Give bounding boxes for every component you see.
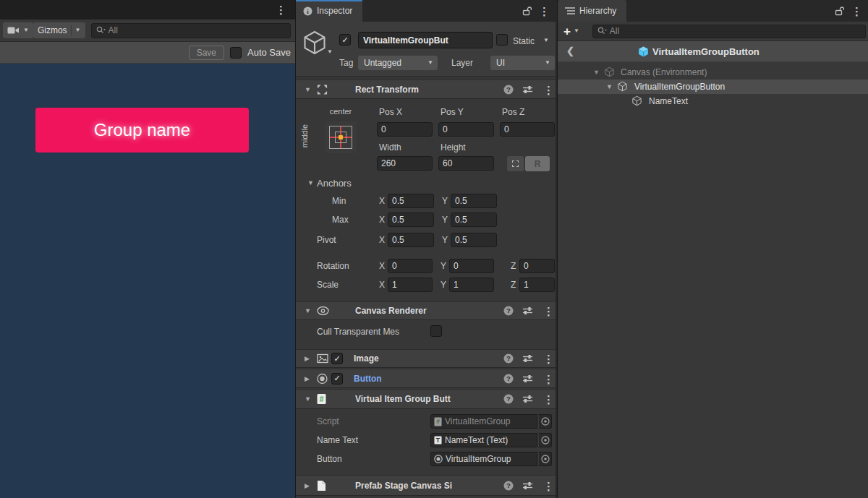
foldout-expanded-icon[interactable]: ▼: [593, 69, 600, 76]
tag-dropdown[interactable]: Untagged ▼: [358, 56, 438, 70]
button-object-field[interactable]: VirtualItemGroup: [430, 452, 537, 466]
help-icon[interactable]: ?: [503, 394, 514, 404]
component-kebab-icon[interactable]: ⋮: [543, 373, 554, 384]
pivot-x-field[interactable]: [388, 233, 434, 247]
object-picker-icon[interactable]: [538, 452, 552, 466]
y-prefix: Y: [441, 261, 446, 271]
raw-edit-mode-button[interactable]: R: [525, 156, 550, 171]
tree-row-canvas-environment[interactable]: ▼ Canvas (Environment): [558, 65, 868, 80]
component-kebab-icon[interactable]: ⋮: [543, 480, 554, 491]
name-text-object-field[interactable]: T NameText (Text): [430, 433, 537, 447]
scale-z-field[interactable]: [519, 278, 555, 292]
blueprint-icon: [512, 160, 519, 167]
group-name-ui-button[interactable]: Group name: [35, 108, 249, 153]
gameobject-cube-icon[interactable]: ▼: [302, 30, 328, 56]
component-kebab-icon[interactable]: ⋮: [543, 306, 554, 317]
help-icon[interactable]: ?: [503, 85, 514, 95]
anchor-min-x-field[interactable]: [388, 194, 434, 208]
hierarchy-kebab-icon[interactable]: ⋮: [851, 6, 862, 17]
rect-transform-header[interactable]: ▼ Rect Transform ? ⋮: [296, 80, 556, 99]
cull-transparent-mesh-checkbox[interactable]: [430, 325, 442, 337]
presets-icon[interactable]: [522, 394, 533, 404]
foldout-expanded-icon[interactable]: ▼: [606, 84, 613, 90]
prefab-save-bar: Save Auto Save: [0, 42, 295, 64]
button-component-header[interactable]: ▶ ✓ Button ? ⋮: [296, 369, 556, 388]
create-plus-icon[interactable]: +: [563, 25, 571, 38]
pivot-y-field[interactable]: [451, 233, 497, 247]
chevron-down-icon[interactable]: ▼: [574, 28, 579, 34]
anchor-pivot-dot: [339, 135, 343, 139]
image-component-header[interactable]: ▶ ✓ Image ? ⋮: [296, 349, 556, 368]
object-picker-icon[interactable]: [538, 414, 552, 429]
anchors-foldout-icon[interactable]: ▼: [307, 180, 314, 186]
camera-options-button[interactable]: ▼: [3, 22, 33, 38]
foldout-expanded-icon[interactable]: ▼: [305, 396, 311, 403]
tab-inspector[interactable]: i Inspector: [296, 0, 362, 22]
gameobject-name-field[interactable]: [358, 32, 493, 48]
component-kebab-icon[interactable]: ⋮: [543, 84, 554, 95]
prefab-root-name[interactable]: VirtualItemGroupButton: [652, 46, 760, 57]
width-field[interactable]: [377, 156, 433, 171]
help-icon[interactable]: ?: [503, 481, 514, 491]
static-dropdown-icon[interactable]: ▼: [543, 38, 549, 43]
scene-search-text: All: [109, 25, 118, 35]
help-icon[interactable]: ?: [503, 306, 514, 316]
active-checkbox[interactable]: ✓: [339, 34, 351, 46]
inspector-kebab-icon[interactable]: ⋮: [539, 6, 550, 17]
help-icon[interactable]: ?: [503, 353, 514, 364]
presets-icon[interactable]: [522, 481, 533, 491]
scene-canvas[interactable]: Group name: [0, 64, 295, 498]
canvas-renderer-header[interactable]: ▼ Canvas Renderer ? ⋮: [296, 301, 556, 320]
anchor-min-y-field[interactable]: [451, 194, 497, 208]
presets-icon[interactable]: [522, 353, 533, 364]
tree-row-name-text[interactable]: NameText: [558, 94, 868, 108]
layer-dropdown[interactable]: UI ▼: [490, 56, 555, 70]
lock-open-icon[interactable]: [835, 6, 844, 16]
foldout-collapsed-icon[interactable]: ▶: [305, 375, 310, 382]
tab-hierarchy[interactable]: Hierarchy: [558, 0, 626, 22]
scale-x-field[interactable]: [388, 278, 433, 292]
auto-save-checkbox[interactable]: [230, 47, 242, 59]
foldout-expanded-icon[interactable]: ▼: [305, 86, 311, 93]
lock-open-icon[interactable]: [522, 6, 532, 16]
button-enabled-checkbox[interactable]: ✓: [331, 373, 343, 385]
hierarchy-search-input[interactable]: All: [592, 25, 866, 38]
help-icon[interactable]: ?: [503, 374, 514, 384]
pos-y-field[interactable]: [438, 122, 494, 137]
virtual-item-group-button-header[interactable]: ▼ # Virtual Item Group Butt ? ⋮: [296, 389, 556, 409]
gizmos-dropdown[interactable]: Gizmos ▼: [33, 22, 85, 38]
back-chevron-icon[interactable]: ❮: [566, 46, 574, 56]
foldout-collapsed-icon[interactable]: ▶: [305, 482, 310, 489]
pos-x-field[interactable]: [377, 122, 433, 137]
foldout-collapsed-icon[interactable]: ▶: [305, 356, 310, 362]
rotation-x-field[interactable]: [388, 259, 433, 273]
prefab-stage-header[interactable]: ▶ Prefab Stage Canvas Si ? ⋮: [296, 475, 556, 496]
tree-row-virtual-item-group-button[interactable]: ▼ VirtualItemGroupButton: [558, 80, 868, 94]
x-prefix: X: [379, 196, 385, 206]
static-checkbox[interactable]: [496, 34, 508, 46]
rotation-z-field[interactable]: [519, 259, 555, 273]
scale-y-field[interactable]: [449, 278, 494, 292]
x-prefix: X: [379, 215, 385, 225]
blueprint-mode-button[interactable]: [507, 156, 524, 171]
canvas-renderer-title: Canvas Renderer: [355, 306, 427, 316]
hierarchy-search-text: All: [610, 26, 619, 36]
pos-z-field[interactable]: [500, 122, 555, 137]
save-button[interactable]: Save: [189, 46, 224, 60]
height-field[interactable]: [438, 156, 494, 171]
presets-icon[interactable]: [522, 85, 533, 95]
anchor-max-x-field[interactable]: [388, 212, 434, 227]
scene-search-input[interactable]: All: [91, 23, 291, 38]
component-kebab-icon[interactable]: ⋮: [543, 394, 554, 405]
script-object-field[interactable]: # VirtualItemGroup: [430, 414, 537, 429]
foldout-expanded-icon[interactable]: ▼: [305, 308, 311, 314]
anchor-max-y-field[interactable]: [451, 212, 497, 227]
image-enabled-checkbox[interactable]: ✓: [331, 353, 343, 364]
anchor-preset-widget[interactable]: [325, 121, 357, 153]
presets-icon[interactable]: [522, 374, 533, 384]
rotation-y-field[interactable]: [449, 259, 494, 273]
scene-kebab-icon[interactable]: ⋮: [276, 4, 286, 15]
presets-icon[interactable]: [522, 306, 533, 316]
object-picker-icon[interactable]: [538, 433, 552, 447]
component-kebab-icon[interactable]: ⋮: [543, 353, 554, 364]
